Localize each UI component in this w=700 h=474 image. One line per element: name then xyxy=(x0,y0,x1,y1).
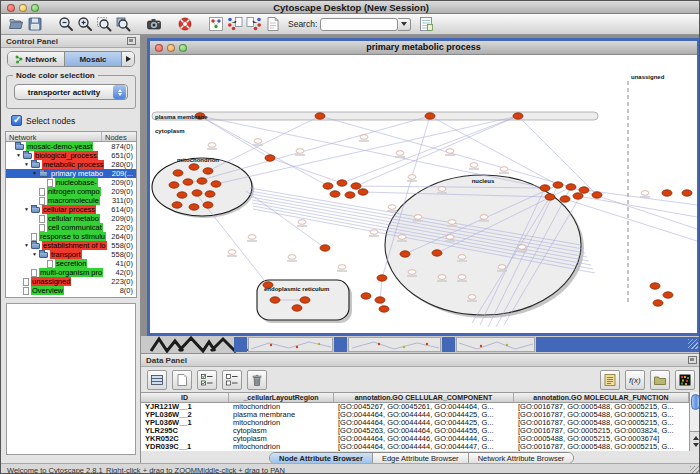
background-window-border[interactable] xyxy=(234,337,247,352)
network-node[interactable] xyxy=(197,178,207,184)
import-attributes-folder-icon[interactable] xyxy=(650,370,670,390)
network-tree-item[interactable]: cellular metabo209(0) xyxy=(6,214,136,223)
zoom-in-icon[interactable] xyxy=(75,15,94,34)
column-header-molecular-function[interactable]: annotation.GO MOLECULAR_FUNCTION xyxy=(514,393,689,402)
minor-node[interactable] xyxy=(208,143,216,148)
network-node[interactable] xyxy=(432,250,442,256)
network-view-title-bar[interactable]: primary metabolic process xyxy=(150,41,697,55)
table-cell[interactable]: YLR295C xyxy=(141,427,229,435)
minor-node[interactable] xyxy=(458,275,466,280)
background-window[interactable] xyxy=(248,337,333,352)
network-edge[interactable] xyxy=(571,187,697,229)
minor-node[interactable] xyxy=(446,235,454,240)
minor-node[interactable] xyxy=(414,215,422,220)
help-ring-icon[interactable] xyxy=(175,15,194,34)
attribute-select-icon[interactable] xyxy=(147,370,167,390)
network-node[interactable] xyxy=(337,180,347,186)
network-node[interactable] xyxy=(173,170,183,176)
network-overlay-icon-1[interactable] xyxy=(225,15,244,34)
network-node[interactable] xyxy=(513,113,523,119)
minor-node[interactable] xyxy=(388,205,396,210)
tab-overflow-button[interactable] xyxy=(122,52,134,66)
network-tree-item[interactable]: ▼cellular process614(0) xyxy=(6,205,136,214)
minor-node[interactable] xyxy=(470,163,478,168)
table-cell[interactable]: mitochondrion xyxy=(229,403,334,411)
network-node[interactable] xyxy=(663,292,673,298)
minor-node[interactable] xyxy=(396,151,404,156)
network-edge[interactable] xyxy=(578,196,697,217)
network-node[interactable] xyxy=(211,181,221,187)
network-node[interactable] xyxy=(553,182,563,188)
annotation-icon[interactable] xyxy=(263,15,282,34)
zoom-selected-icon[interactable] xyxy=(113,15,132,34)
network-node[interactable] xyxy=(400,251,410,257)
table-cell[interactable]: [GO:0016787, GO:0005488, GO:0005215, G..… xyxy=(514,403,689,411)
minor-node[interactable] xyxy=(228,250,236,255)
network-node[interactable] xyxy=(300,297,310,303)
app-resize-grip[interactable] xyxy=(690,466,700,474)
open-file-icon[interactable] xyxy=(6,15,25,34)
expand-arrow-icon[interactable]: ▼ xyxy=(32,169,39,178)
table-cell[interactable]: YPL036W__2 xyxy=(141,411,229,419)
table-cell[interactable]: cytoplasm xyxy=(229,435,334,443)
network-node[interactable] xyxy=(205,191,215,197)
network-tree-item[interactable]: secretion41(0) xyxy=(6,259,136,268)
table-cell[interactable]: YDR039C__1 xyxy=(141,443,229,451)
column-header-cellular-component[interactable]: annotation.GO CELLULAR_COMPONENT xyxy=(334,393,514,402)
network-tree-item[interactable]: unassigned223(0) xyxy=(6,277,136,286)
network-tree-item[interactable]: nitrogen compo209(0) xyxy=(6,187,136,196)
network-node[interactable] xyxy=(351,183,361,189)
minor-node[interactable] xyxy=(408,270,416,275)
network-node[interactable] xyxy=(203,168,213,174)
table-row[interactable]: YPL036W__2plasma membrane[GO:0044464, GO… xyxy=(141,411,689,419)
table-cell[interactable]: [GO:0044464, GO:0044446, GO:0044444, G..… xyxy=(334,435,514,443)
birdseye-overview-panel[interactable] xyxy=(6,303,136,455)
network-tree-item[interactable]: ▼biological_process651(0) xyxy=(6,151,136,160)
expand-arrow-icon[interactable]: ▼ xyxy=(24,205,31,214)
network-node[interactable] xyxy=(361,293,371,299)
network-tree-item[interactable]: cell communicat22(0) xyxy=(6,223,136,232)
tab-edge-attribute-browser[interactable]: Edge Attribute Browser xyxy=(373,453,469,463)
attribute-editor-icon[interactable] xyxy=(416,15,435,34)
table-cell[interactable]: [GO:0044464, GO:0044444, GO:0044425, G..… xyxy=(334,411,514,419)
table-cell[interactable]: mitochondrion xyxy=(229,419,334,427)
attribute-batch-icon[interactable] xyxy=(600,370,620,390)
network-node[interactable] xyxy=(183,179,193,185)
column-header-region[interactable]: _cellularLayoutRegion xyxy=(229,393,334,402)
table-cell[interactable]: [GO:0016787, GO:0005488, GO:0005215, G..… xyxy=(514,443,689,451)
minor-node[interactable] xyxy=(438,187,446,192)
network-node[interactable] xyxy=(270,297,280,303)
table-row[interactable]: YLR295Ccytoplasm[GO:0045263, GO:0044464,… xyxy=(141,427,689,435)
minor-node[interactable] xyxy=(296,149,304,154)
network-tree-item[interactable]: Overview8(0) xyxy=(6,286,136,295)
minor-node[interactable] xyxy=(468,295,476,300)
minor-node[interactable] xyxy=(498,265,506,270)
background-window[interactable] xyxy=(348,337,441,352)
minor-node[interactable] xyxy=(248,235,256,240)
tree-column-nodes[interactable]: Nodes xyxy=(102,132,136,141)
table-cell[interactable]: [GO:0016787, GO:0005215, GO:0003824, G..… xyxy=(514,427,689,435)
table-row[interactable]: YPL036W__1mitochondrion[GO:0044464, GO:0… xyxy=(141,419,689,427)
network-edge[interactable] xyxy=(194,116,430,182)
network-node[interactable] xyxy=(189,204,199,210)
table-row[interactable]: YKR052Ccytoplasm[GO:0044464, GO:0044446,… xyxy=(141,435,689,443)
node-color-select[interactable]: transporter activity xyxy=(14,84,128,100)
minor-node[interactable] xyxy=(518,245,526,250)
network-node[interactable] xyxy=(566,184,576,190)
network-edge[interactable] xyxy=(320,116,571,187)
network-tree-item[interactable]: ▼establishment of lo558(0) xyxy=(6,241,136,250)
minor-node[interactable] xyxy=(408,175,416,180)
network-node[interactable] xyxy=(377,275,387,281)
network-node[interactable] xyxy=(573,193,583,199)
tab-network[interactable]: Network xyxy=(8,52,65,66)
expand-arrow-icon[interactable]: ▼ xyxy=(32,250,39,259)
vizmapper-icon[interactable] xyxy=(206,15,225,34)
minor-node[interactable] xyxy=(370,230,378,235)
select-nodes-checkbox[interactable] xyxy=(11,115,22,126)
formula-function-icon[interactable]: f(x) xyxy=(625,370,645,390)
minor-node[interactable] xyxy=(438,275,446,280)
tab-mosaic[interactable]: Mosaic xyxy=(65,52,122,66)
network-node[interactable] xyxy=(203,202,213,208)
network-node[interactable] xyxy=(425,113,435,119)
scroll-up-icon[interactable] xyxy=(693,436,699,440)
